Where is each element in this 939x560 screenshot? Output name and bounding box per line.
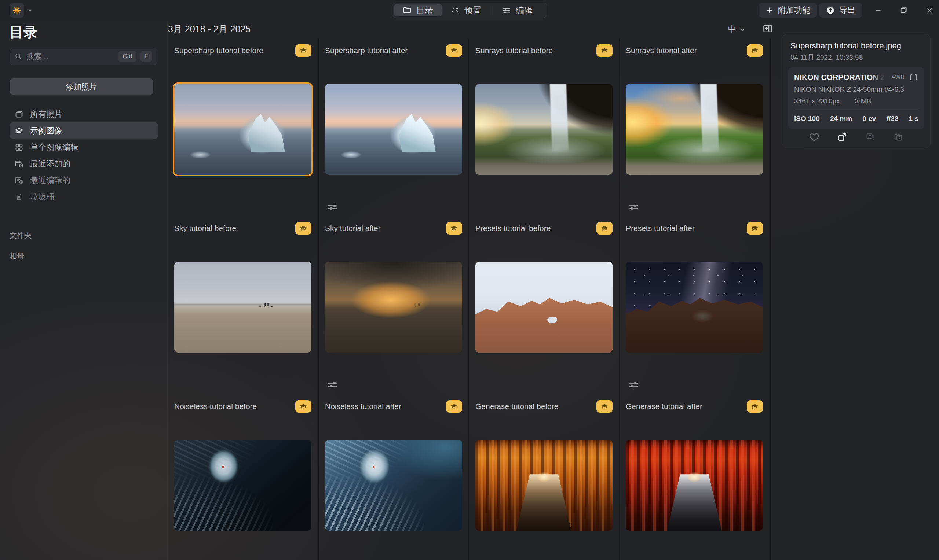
app-menu-chevron-icon[interactable] (27, 7, 33, 13)
tab-edit[interactable]: 编辑 (493, 4, 541, 17)
exif-shutter: 1 s (909, 115, 919, 123)
folder-icon (403, 6, 412, 15)
photo-cell: Sky tutorial before (174, 218, 311, 396)
collapse-panel-icon[interactable] (762, 23, 773, 34)
photo-title: Sky tutorial after (325, 224, 381, 233)
lens-name: NIKON NIKKOR Z 24-50mm f/4-6.3 (788, 82, 924, 94)
top-bar: 目录 预置 编辑 附加功能 导出 (0, 0, 939, 21)
photo-title: Presets tutorial before (475, 224, 550, 233)
photo-cell: Supersharp tutorial after (325, 40, 462, 218)
photo-thumbnail[interactable] (626, 440, 763, 531)
sidebar-item-all-photos[interactable]: 所有照片 (9, 106, 158, 122)
photo-thumbnail[interactable] (475, 262, 612, 352)
photo-thumbnail[interactable] (174, 440, 311, 531)
search-input[interactable] (26, 52, 114, 61)
tutorial-badge-icon (747, 45, 763, 57)
sidebar-section-albums[interactable]: 相册 (9, 251, 24, 261)
column-divider (770, 38, 771, 560)
sidebar: 目录 Ctrl F 添加照片 所有照片 示例图像 单个图像编辑 (0, 21, 168, 560)
paste-adjustments-icon[interactable] (893, 132, 904, 143)
asterisk-star-icon (12, 6, 21, 15)
photo-cell: Sunrays tutorial before (475, 40, 612, 218)
photo-cell: Generase tutorial before (475, 396, 612, 560)
photo-title: Generase tutorial after (626, 402, 702, 411)
thumbnail-size-value: 中 (728, 24, 736, 35)
shortcut-key-ctrl: Ctrl (119, 51, 136, 62)
sidebar-item-label: 垃圾桶 (30, 191, 54, 202)
edited-indicator-icon (628, 380, 639, 389)
tutorial-badge-icon (597, 400, 612, 413)
photo-thumbnail[interactable] (174, 84, 311, 175)
photo-thumbnail[interactable] (325, 84, 462, 175)
tutorial-badge-icon (446, 45, 462, 57)
photo-thumbnail[interactable] (325, 440, 462, 531)
tutorial-badge-icon (747, 400, 763, 413)
column-divider (619, 38, 620, 560)
sidebar-item-recently-added[interactable]: 最近添加的 (9, 155, 158, 172)
photo-thumbnail[interactable] (174, 262, 311, 352)
image-dimensions: 3461 x 2310px (794, 97, 840, 105)
tab-catalog[interactable]: 目录 (394, 4, 442, 17)
exif-card: NIKON CORPORATION Z AWB NIKON NIKKOR Z 2… (788, 68, 924, 129)
tutorial-badge-icon (597, 222, 612, 235)
photo-info-panel: Supersharp tutorial before.jpeg 04 11月 2… (782, 34, 931, 148)
tab-presets[interactable]: 预置 (442, 4, 490, 17)
photo-actions (782, 132, 930, 143)
minimize-button[interactable] (870, 4, 886, 17)
photo-cell: Noiseless tutorial after (325, 396, 462, 560)
sidebar-list: 所有照片 示例图像 单个图像编辑 最近添加的 最近编辑的 (9, 106, 158, 205)
photo-thumbnail[interactable] (626, 84, 763, 175)
sidebar-item-label: 最近编辑的 (30, 175, 71, 186)
magic-wand-icon (451, 6, 459, 15)
sidebar-item-recently-edited[interactable]: 最近编辑的 (9, 172, 158, 188)
sidebar-item-single-image-edits[interactable]: 单个图像编辑 (9, 139, 158, 155)
export-button[interactable]: 导出 (819, 3, 862, 18)
copy-adjustments-icon[interactable] (865, 132, 876, 143)
text-fade (870, 73, 887, 82)
photos-stack-icon (15, 110, 23, 119)
tutorial-badge-icon (446, 222, 462, 235)
tutorial-badge-icon (295, 400, 311, 413)
close-button[interactable] (921, 4, 937, 17)
expand-brackets-icon[interactable] (909, 72, 919, 82)
photo-grid: 3月 2018 - 2月 2025 中 Supersharp tutorial … (168, 21, 782, 560)
column-divider (318, 38, 319, 560)
sidebar-item-label: 最近添加的 (30, 158, 71, 169)
search-box[interactable]: Ctrl F (9, 48, 157, 65)
page-title: 目录 (9, 23, 37, 42)
exif-focal-length: 24 mm (830, 115, 852, 123)
grid-icon (15, 143, 23, 152)
photo-thumbnail[interactable] (325, 262, 462, 352)
extras-button[interactable]: 附加功能 (759, 3, 817, 18)
sidebar-item-trash[interactable]: 垃圾桶 (9, 188, 158, 205)
photo-cell: Presets tutorial after (626, 218, 763, 396)
tab-label: 预置 (464, 5, 481, 16)
photo-thumbnail[interactable] (475, 84, 612, 175)
graduation-cap-icon (15, 126, 23, 135)
tutorial-badge-icon (295, 45, 311, 57)
photo-thumbnail[interactable] (626, 262, 763, 352)
sidebar-item-sample-images[interactable]: 示例图像 (9, 122, 158, 139)
thumbnail-size-selector[interactable]: 中 (728, 24, 745, 35)
restore-button[interactable] (896, 4, 912, 17)
rotate-icon[interactable] (837, 132, 848, 143)
photo-title: Noiseless tutorial before (174, 402, 257, 411)
trash-icon (15, 192, 23, 201)
exif-iso: ISO 100 (794, 115, 820, 123)
sidebar-section-folders[interactable]: 文件夹 (9, 231, 32, 240)
tutorial-badge-icon (747, 222, 763, 235)
camera-name-wrap: NIKON CORPORATION Z (794, 73, 887, 82)
photo-thumbnail[interactable] (475, 440, 612, 531)
app-logo-button[interactable] (9, 3, 24, 18)
photo-cell: Presets tutorial before (475, 218, 612, 396)
photo-title: Presets tutorial after (626, 224, 695, 233)
photo-title: Generase tutorial before (475, 402, 558, 411)
photo-title: Supersharp tutorial before (174, 46, 264, 55)
exif-aperture: f/22 (887, 115, 899, 123)
sidebar-item-label: 示例图像 (30, 125, 62, 136)
add-photos-button[interactable]: 添加照片 (9, 78, 153, 95)
favorite-heart-icon[interactable] (809, 132, 820, 143)
column-divider (469, 38, 469, 560)
search-icon (14, 52, 22, 60)
tutorial-badge-icon (295, 222, 311, 235)
